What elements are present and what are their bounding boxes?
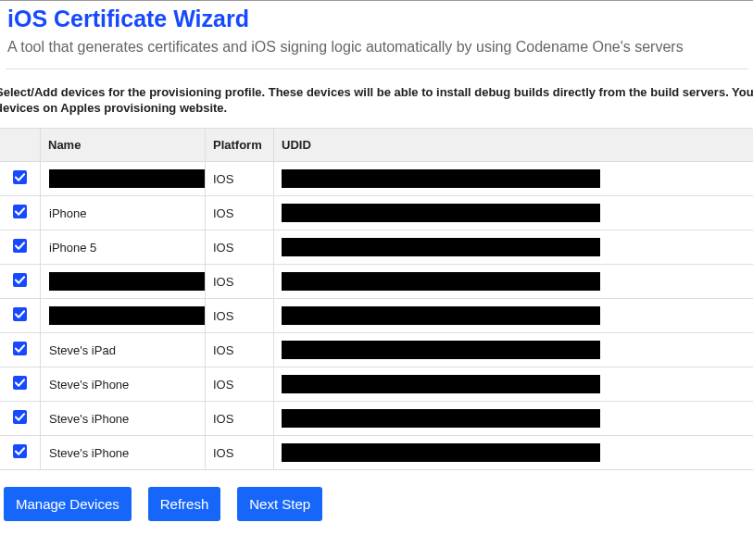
device-name-cell: iPhone 5: [41, 230, 206, 265]
redacted-udid: [282, 204, 600, 222]
device-udid-cell: [274, 367, 754, 402]
table-row: Steve's iPhoneIOS: [0, 367, 753, 402]
device-checkbox[interactable]: [13, 444, 27, 458]
redacted-name: [49, 272, 205, 291]
device-checkbox[interactable]: [13, 239, 27, 253]
table-row: iPhoneIOS: [0, 196, 753, 230]
table-row: Steve's iPhoneIOS: [0, 402, 753, 436]
column-header-platform: Platform: [206, 129, 274, 162]
column-header-checkbox: [0, 129, 41, 162]
device-checkbox-cell: [0, 162, 41, 196]
device-checkbox-cell: [0, 402, 41, 436]
table-row: iPhone 5IOS: [0, 230, 753, 265]
device-platform-cell: IOS: [206, 367, 274, 402]
device-platform-cell: IOS: [206, 402, 274, 436]
redacted-name: [49, 306, 205, 325]
device-checkbox-cell: [0, 299, 41, 333]
device-name-cell: [41, 162, 206, 196]
table-row: Steve's iPadIOS: [0, 333, 753, 367]
device-name-cell: Steve's iPhone: [41, 402, 206, 436]
device-checkbox[interactable]: [13, 273, 27, 287]
device-name-cell: Steve's iPad: [41, 333, 206, 367]
table-row: Steve's iPhoneIOS: [0, 436, 753, 470]
table-row: IOS: [0, 299, 753, 333]
device-checkbox-cell: [0, 436, 41, 470]
device-name-cell: iPhone: [41, 196, 206, 230]
device-checkbox-cell: [0, 265, 41, 299]
device-platform-cell: IOS: [206, 162, 274, 196]
device-udid-cell: [274, 196, 754, 230]
device-checkbox-cell: [0, 230, 41, 265]
table-row: IOS: [0, 265, 753, 299]
device-udid-cell: [274, 230, 754, 265]
device-udid-cell: [274, 436, 754, 470]
redacted-udid: [282, 169, 600, 188]
redacted-udid: [282, 409, 600, 428]
device-platform-cell: IOS: [206, 299, 274, 333]
device-name-cell: Steve's iPhone: [41, 367, 206, 402]
device-udid-cell: [274, 333, 754, 367]
table-header-row: Name Platform UDID: [0, 129, 753, 162]
device-udid-cell: [274, 299, 754, 333]
devices-table: Name Platform UDID IOSiPhoneIOSiPhone 5I…: [0, 128, 753, 470]
next-step-button[interactable]: Next Step: [237, 487, 322, 521]
device-checkbox[interactable]: [13, 307, 27, 321]
device-name-cell: [41, 299, 206, 333]
table-row: IOS: [0, 162, 753, 196]
redacted-udid: [282, 306, 600, 325]
redacted-udid: [282, 443, 600, 462]
device-platform-cell: IOS: [206, 196, 274, 230]
device-platform-cell: IOS: [206, 230, 274, 265]
page-subtitle: A tool that generates certificates and i…: [7, 39, 746, 56]
device-udid-cell: [274, 402, 754, 436]
redacted-udid: [282, 375, 600, 393]
redacted-udid: [282, 238, 600, 256]
device-checkbox-cell: [0, 333, 41, 367]
device-udid-cell: [274, 162, 754, 196]
redacted-name: [49, 169, 205, 188]
device-checkbox[interactable]: [13, 410, 27, 424]
refresh-button[interactable]: Refresh: [148, 487, 221, 521]
instructions-text-line2: devices on Apples provisioning website.: [0, 101, 753, 128]
device-checkbox-cell: [0, 196, 41, 230]
device-platform-cell: IOS: [206, 265, 274, 299]
redacted-udid: [282, 272, 600, 291]
device-checkbox[interactable]: [13, 205, 27, 218]
device-checkbox[interactable]: [13, 376, 27, 390]
column-header-name: Name: [41, 129, 206, 162]
redacted-udid: [282, 341, 600, 359]
device-checkbox[interactable]: [13, 170, 27, 184]
device-name-cell: [41, 265, 206, 299]
manage-devices-button[interactable]: Manage Devices: [4, 487, 132, 521]
column-header-udid: UDID: [274, 129, 754, 162]
page-title: iOS Certificate Wizard: [7, 6, 746, 32]
device-checkbox-cell: [0, 367, 41, 402]
device-checkbox[interactable]: [13, 342, 27, 355]
device-name-cell: Steve's iPhone: [41, 436, 206, 470]
device-udid-cell: [274, 265, 754, 299]
device-platform-cell: IOS: [206, 436, 274, 470]
device-platform-cell: IOS: [206, 333, 274, 367]
instructions-text-line1: Select/Add devices for the provisioning …: [0, 69, 753, 101]
wizard-header: iOS Certificate Wizard A tool that gener…: [0, 1, 753, 68]
button-row: Manage Devices Refresh Next Step: [0, 470, 753, 521]
